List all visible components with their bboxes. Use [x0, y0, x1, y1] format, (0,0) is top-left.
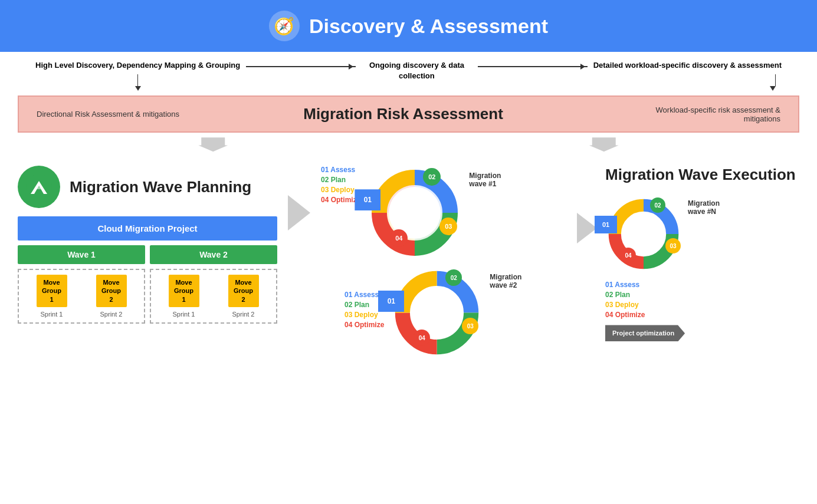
sprint-w1-1: Sprint 1 [37, 311, 67, 318]
wave1-donut: 01 [368, 166, 462, 262]
mountain-icon [26, 174, 52, 200]
execution-title: Migration Wave Execution [605, 166, 799, 184]
header: 🧭 Discovery & Assessment [0, 0, 817, 52]
wave1-donut-svg [368, 166, 462, 260]
execution-legend: 01 Assess 02 Plan 03 Deploy 04 Optimize [605, 281, 799, 319]
legend-w1-plan: 02 Plan [321, 176, 360, 184]
wave2-label: Migrationwave #2 [490, 267, 521, 289]
wave-n-badge-01: 01 [595, 216, 617, 233]
wave1-move-groups: MoveGroup1 MoveGroup2 [24, 275, 139, 307]
waves-execution: 01 Assess 02 Plan 03 Deploy 04 Optimize … [321, 166, 569, 361]
move-group-w1-2: MoveGroup2 [96, 275, 127, 307]
big-arrows-row [18, 133, 799, 154]
planning-header: Migration Wave Planning [18, 166, 277, 208]
waves-to-execution-arrow [577, 166, 597, 243]
legend-w1-deploy: 03 Deploy [321, 186, 360, 194]
risk-assessment-bar: Directional Risk Assessment & mitigation… [18, 95, 799, 133]
header-title: Discovery & Assessment [309, 15, 548, 38]
project-opt-label: Project optimization [605, 325, 685, 341]
planning-title: Migration Wave Planning [70, 178, 251, 196]
wave2-group: 01 Assess 02 Plan 03 Deploy 04 Optimize … [344, 267, 569, 361]
wave1-group-section: MoveGroup1 MoveGroup2 Sprint 1 Sprint 2 [18, 269, 145, 324]
sprint-w2-2: Sprint 2 [228, 311, 259, 318]
risk-right: Workload-specific risk assessment & miti… [627, 106, 780, 123]
project-bar: Cloud Migration Project [18, 216, 277, 241]
wave-n-donut: 01 02 03 04 [605, 196, 682, 275]
planning-to-waves-arrow [288, 166, 310, 230]
wave1-badge-01: 01 [355, 189, 380, 210]
discovery-left: High Level Discovery, Dependency Mapping… [35, 60, 240, 91]
sprint-w2-1: Sprint 1 [169, 311, 199, 318]
legend-w1-optimize: 04 Optimize [321, 196, 360, 204]
project-opt-section: Project optimization [605, 325, 799, 341]
big-arrow-left [198, 137, 228, 151]
planning-section: Migration Wave Planning Cloud Migration … [18, 166, 277, 324]
move-group-w1-1: MoveGroup1 [37, 275, 67, 307]
move-group-w2-1: MoveGroup1 [169, 275, 199, 307]
wave-n-donut-svg [605, 196, 682, 272]
wave2-group-section: MoveGroup1 MoveGroup2 Sprint 1 Sprint 2 [150, 269, 277, 324]
wave1-donut-legend: 01 Assess 02 Plan 03 Deploy 04 Optimize [321, 166, 360, 204]
wave-n-label: Migrationwave #N [688, 196, 720, 216]
sprint-w1-2: Sprint 2 [96, 311, 127, 318]
big-arrow-right [589, 137, 619, 151]
wave2-badge-01: 01 [378, 291, 404, 312]
wave2-box: Wave 2 [150, 245, 277, 264]
wave1-group: 01 Assess 02 Plan 03 Deploy 04 Optimize … [321, 166, 569, 262]
discovery-right: Detailed workload-specific discovery & a… [593, 60, 782, 91]
discovery-center: Ongoing discovery & data collection [362, 60, 471, 81]
compass-icon: 🧭 [269, 11, 300, 41]
waves-row: Wave 1 Wave 2 [18, 245, 277, 264]
wave-n-group: 01 02 03 04 Migrationwave #N [605, 196, 799, 275]
wave1-label: Migrationwave #1 [469, 166, 501, 188]
move-group-w2-2: MoveGroup2 [228, 275, 259, 307]
discovery-row: High Level Discovery, Dependency Mapping… [0, 52, 817, 95]
move-groups-row: MoveGroup1 MoveGroup2 Sprint 1 Sprint 2 … [18, 269, 277, 324]
wave2-sprint-labels: Sprint 1 Sprint 2 [156, 311, 271, 318]
arrow-2 [472, 66, 593, 67]
arrow-1 [240, 66, 362, 67]
wave2-donut-svg [391, 267, 483, 358]
wave1-legend: 01 Assess 02 Plan 03 Deploy 04 Optimize [321, 166, 360, 204]
risk-left: Directional Risk Assessment & mitigation… [37, 110, 179, 118]
wave1-box: Wave 1 [18, 245, 145, 264]
wave1-sprint-labels: Sprint 1 Sprint 2 [24, 311, 139, 318]
planning-icon [18, 166, 60, 208]
wave2-move-groups: MoveGroup1 MoveGroup2 [156, 275, 271, 307]
risk-title: Migration Risk Assessment [303, 105, 503, 123]
wave2-donut: 01 02 03 04 [391, 267, 483, 361]
legend-w1-assess: 01 Assess [321, 166, 360, 174]
execution-section: Migration Wave Execution 01 02 03 04 Mig… [605, 166, 799, 341]
main-content: Migration Wave Planning Cloud Migration … [0, 154, 817, 367]
